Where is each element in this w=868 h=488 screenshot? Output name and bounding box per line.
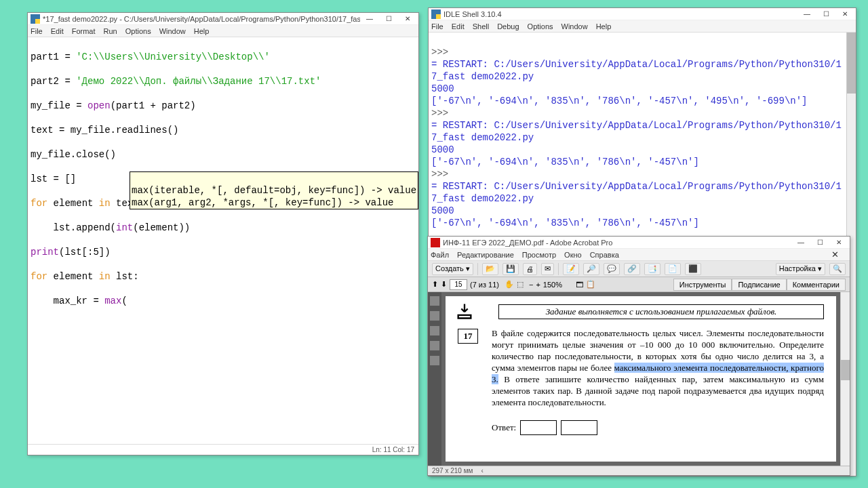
tool-icon[interactable]: 💬	[604, 263, 620, 275]
menu-options[interactable]: Options	[125, 27, 151, 35]
shell-prompt: >>>	[431, 108, 448, 119]
menu-file[interactable]: File	[31, 27, 43, 35]
sidebar-icon[interactable]	[430, 341, 439, 350]
menu-run[interactable]: Run	[104, 27, 117, 35]
sidebar-icon[interactable]	[430, 326, 439, 336]
pdf-page[interactable]: Задание выполняется с использованием при…	[446, 296, 836, 462]
python-icon	[431, 9, 441, 19]
tool-icon[interactable]: ⬛	[685, 263, 701, 275]
acrobat-menubar: Файл Редактирование Просмотр Окно Справк…	[428, 249, 850, 261]
tab-sign[interactable]: Подписание	[732, 279, 786, 291]
minimize-button[interactable]: —	[360, 14, 379, 24]
answer-label: Ответ:	[492, 422, 516, 433]
menu-window[interactable]: Window	[561, 22, 588, 30]
shell-output-line: 5000	[431, 83, 454, 94]
tool-icon[interactable]: 🔎	[583, 263, 599, 275]
page-total-label: (7 из 11)	[470, 281, 499, 289]
tool-icon[interactable]: 📄	[665, 263, 681, 275]
shell-restart-line: = RESTART: C:/Users/University/AppData/L…	[431, 59, 842, 82]
acrobat-window: ИНФ-11 ЕГЭ 2022_ДЕМО.pdf - Adobe Acrobat…	[427, 236, 850, 476]
editor-statusbar: Ln: 11 Col: 17	[28, 444, 418, 455]
tool-icon[interactable]: 🔗	[624, 263, 640, 275]
menu-edit[interactable]: Edit	[452, 22, 465, 30]
maximize-button[interactable]: ☐	[816, 9, 835, 20]
answer-box[interactable]	[561, 420, 597, 435]
search-icon[interactable]: 🔍	[829, 263, 846, 275]
menu-edit[interactable]: Редактирование	[457, 251, 514, 259]
scroll-left-icon[interactable]: ‹	[481, 467, 483, 474]
editor-code-area[interactable]: part1 = 'C:\\Users\\University\\Desktop\…	[28, 37, 418, 444]
menubar-close-icon[interactable]: ✕	[831, 249, 839, 260]
settings-button[interactable]: Настройка ▾	[776, 263, 825, 275]
menu-file[interactable]: File	[431, 22, 443, 30]
maximize-button[interactable]: ☐	[810, 237, 829, 248]
editor-cursor-pos: Ln: 11 Col: 17	[372, 446, 414, 453]
shell-output-line: ['-67\n', '-694\n', '835\n', '786\n', '-…	[431, 96, 808, 106]
shell-titlebar[interactable]: IDLE Shell 3.10.4 — ☐ ✕	[429, 8, 856, 20]
menu-file[interactable]: Файл	[431, 251, 449, 259]
tool-icon[interactable]: 📋	[586, 280, 595, 289]
tool-icon[interactable]: 🗔	[576, 281, 583, 289]
acrobat-scrollbar[interactable]	[840, 292, 850, 466]
shell-prompt: >>>	[431, 47, 448, 58]
sidebar-icon[interactable]	[430, 296, 439, 306]
download-icon	[455, 302, 474, 321]
acrobat-sidebar[interactable]	[428, 292, 441, 466]
print-icon[interactable]: 🖨	[523, 263, 537, 275]
close-button[interactable]: ✕	[829, 237, 848, 248]
minimize-button[interactable]: —	[791, 237, 810, 248]
page-number-input[interactable]	[450, 279, 467, 290]
editor-titlebar[interactable]: *17_fast demo2022.py - C:/Users/Universi…	[28, 13, 418, 25]
shell-title: IDLE Shell 3.10.4	[443, 10, 797, 18]
acrobat-toolbar: Создать ▾ 📂 💾 🖨 ✉ 📝 🔎 💬 🔗 📑 📄 ⬛ Настройк…	[428, 261, 850, 277]
editor-title: *17_fast demo2022.py - C:/Users/Universi…	[43, 15, 360, 23]
menu-view[interactable]: Просмотр	[522, 251, 556, 259]
menu-window[interactable]: Окно	[564, 251, 582, 259]
tab-comments[interactable]: Комментарии	[787, 279, 846, 291]
tool-icon[interactable]: 📑	[644, 263, 660, 275]
acrobat-titlebar[interactable]: ИНФ-11 ЕГЭ 2022_ДЕМО.pdf - Adobe Acrobat…	[428, 237, 850, 249]
create-button[interactable]: Создать ▾	[432, 263, 473, 275]
calltip-tooltip: max(iterable, *[, default=obj, key=func]…	[130, 171, 418, 209]
sidebar-icon[interactable]	[430, 356, 439, 365]
menu-format[interactable]: Format	[72, 27, 96, 35]
svg-rect-4	[431, 238, 440, 247]
task-number: 17	[458, 329, 478, 344]
menu-debug[interactable]: Debug	[497, 22, 519, 30]
svg-rect-3	[436, 14, 441, 19]
tab-tools[interactable]: Инструменты	[673, 279, 732, 291]
shell-output-line: ['-67\n', '-694\n', '835\n', '786\n', '-…	[431, 157, 699, 167]
acrobat-body: Задание выполняется с использованием при…	[428, 292, 850, 466]
pdf-icon	[431, 238, 440, 247]
page-down-icon[interactable]: ⬇	[441, 280, 447, 289]
menu-help[interactable]: Help	[596, 22, 612, 30]
idle-editor-window: *17_fast demo2022.py - C:/Users/Universi…	[27, 12, 419, 455]
menu-help[interactable]: Справка	[590, 251, 619, 259]
menu-help[interactable]: Help	[194, 27, 210, 35]
sidebar-icon[interactable]	[430, 311, 439, 321]
acrobat-statusbar: 297 x 210 мм ‹	[428, 466, 850, 475]
answer-box[interactable]	[520, 420, 557, 435]
answer-row: Ответ:	[492, 420, 824, 435]
hand-tool-icon[interactable]: ✋	[505, 280, 514, 289]
acrobat-title: ИНФ-11 ЕГЭ 2022_ДЕМО.pdf - Adobe Acrobat…	[443, 239, 791, 247]
mail-icon[interactable]: ✉	[541, 263, 554, 275]
maximize-button[interactable]: ☐	[379, 14, 398, 24]
minimize-button[interactable]: —	[797, 9, 816, 20]
zoom-in-icon[interactable]: +	[536, 281, 540, 289]
page-up-icon[interactable]: ⬆	[432, 280, 438, 289]
menu-window[interactable]: Window	[159, 27, 186, 35]
menu-shell[interactable]: Shell	[473, 22, 489, 30]
select-tool-icon[interactable]: ⬚	[517, 280, 524, 289]
menu-options[interactable]: Options	[528, 22, 553, 30]
tool-icon[interactable]: 📝	[563, 263, 579, 275]
zoom-level[interactable]: 150%	[543, 281, 573, 289]
close-button[interactable]: ✕	[835, 9, 854, 20]
close-button[interactable]: ✕	[398, 14, 417, 24]
shell-prompt: >>>	[431, 169, 448, 180]
zoom-out-icon[interactable]: −	[529, 281, 533, 289]
acrobat-pagebar: ⬆ ⬇ (7 из 11) ✋ ⬚ − + 150% 🗔 📋 Инструмен…	[428, 277, 850, 292]
menu-edit[interactable]: Edit	[51, 27, 64, 35]
save-icon[interactable]: 💾	[502, 263, 519, 275]
open-icon[interactable]: 📂	[482, 263, 498, 275]
